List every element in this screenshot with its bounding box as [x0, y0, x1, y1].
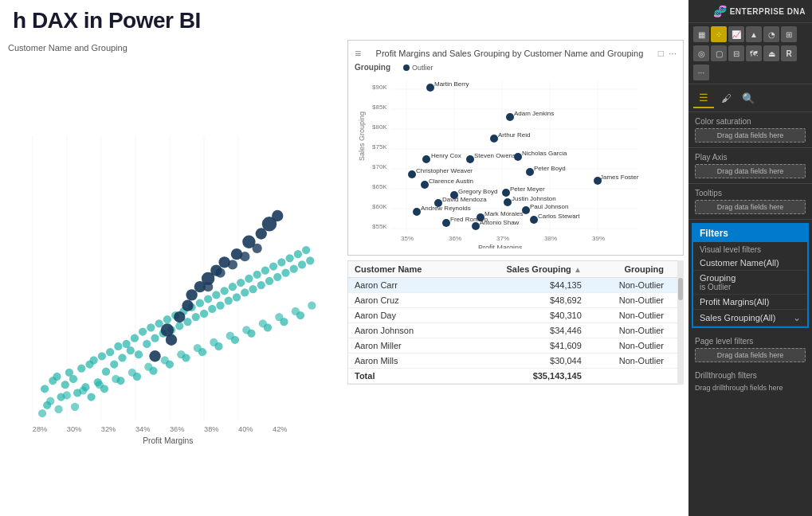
right-chart-title: Profit Margins and Sales Grouping by Cus…: [376, 49, 644, 58]
cell-name: Aaron Johnson: [348, 323, 462, 338]
visual-level-label: Visual level filters: [693, 242, 807, 256]
svg-point-32: [118, 354, 126, 362]
table-row[interactable]: Aaron Carr $44,135 Non-Outlier: [348, 278, 683, 293]
right-sidebar: 🧬 ENTERPRISE DNA ▦ ⁘ 📈 ▲ ◔ ⊞ ◎ ▢ ⊟ 🗺 ⏏ R…: [688, 0, 812, 516]
tooltips-section: Tooltips Drag data fields here: [688, 184, 812, 220]
filter-sales-grouping[interactable]: Sales Grouping(All) ⌄: [693, 310, 807, 326]
table-icon[interactable]: ⊞: [781, 26, 797, 42]
more-options-icon[interactable]: ···: [669, 48, 677, 59]
more-visuals-icon[interactable]: ···: [693, 64, 709, 80]
svg-point-78: [306, 256, 314, 264]
col-header-name[interactable]: Customer Name: [348, 261, 462, 278]
svg-text:38%: 38%: [204, 425, 218, 433]
svg-point-168: [490, 135, 498, 143]
svg-point-194: [522, 206, 530, 214]
cell-name: Aaron Miller: [348, 338, 462, 354]
svg-point-96: [149, 350, 160, 362]
svg-point-100: [182, 300, 193, 311]
col-header-grouping[interactable]: Grouping: [588, 261, 670, 278]
matrix-icon[interactable]: ⊟: [728, 45, 744, 61]
svg-text:Justin Johnston: Justin Johnston: [512, 195, 556, 202]
svg-point-22: [77, 365, 85, 373]
funnel-icon[interactable]: ⏏: [763, 45, 779, 61]
svg-text:Christopher Weaver: Christopher Weaver: [416, 167, 473, 174]
svg-point-28: [102, 368, 110, 376]
svg-point-116: [38, 409, 46, 417]
tooltips-label: Tooltips: [695, 189, 806, 197]
table-row[interactable]: Aaron Miller $41,609 Non-Outlier: [348, 338, 683, 354]
svg-text:Profit Margins: Profit Margins: [143, 436, 193, 445]
svg-point-39: [147, 323, 155, 331]
svg-text:39%: 39%: [592, 235, 605, 242]
chart-menu-icon[interactable]: ≡: [355, 47, 361, 60]
svg-point-60: [233, 293, 241, 301]
color-saturation-label: Color saturation: [695, 117, 806, 126]
svg-text:$70K: $70K: [372, 163, 387, 170]
filter-customer-name[interactable]: Customer Name(All): [693, 256, 807, 271]
left-chart-subtitle: Customer Name and Grouping: [8, 43, 335, 53]
chart-title-bar: ≡ Profit Margins and Sales Grouping by C…: [355, 47, 677, 60]
area-chart-icon[interactable]: ▲: [746, 26, 762, 42]
r-visual-icon[interactable]: R: [781, 45, 797, 61]
svg-text:Steven Owens: Steven Owens: [474, 152, 516, 159]
svg-point-134: [292, 307, 300, 315]
svg-text:James Foster: James Foster: [600, 174, 639, 181]
map-icon[interactable]: 🗺: [746, 45, 762, 61]
left-scatter-plot: 28% 30% 32% 34% 36% 38% 40% 42% Profit M…: [8, 56, 335, 510]
analytics-tab[interactable]: 🔍: [738, 88, 759, 108]
page-title: h DAX in Power BI: [0, 0, 688, 37]
filter-grouping[interactable]: Grouping is Outlier: [693, 271, 807, 295]
filter-profit-margins[interactable]: Profit Margins(All): [693, 295, 807, 310]
svg-point-68: [265, 277, 273, 285]
filter-sales-grouping-label: Sales Grouping(All): [700, 313, 775, 322]
play-axis-drop[interactable]: Drag data fields here: [695, 164, 806, 178]
table-row[interactable]: Aaron Cruz $48,692 Non-Outlier: [348, 293, 683, 308]
page-level-filters: Page level filters Drag data fields here: [688, 331, 812, 366]
svg-point-56: [216, 302, 224, 310]
fields-tab[interactable]: ☰: [693, 88, 714, 108]
tooltips-drop[interactable]: Drag data fields here: [695, 200, 806, 214]
cell-sales: $48,692: [462, 293, 587, 308]
cell-sales: $41,609: [462, 338, 587, 354]
cell-name: Aaron Carr: [348, 278, 462, 293]
svg-point-180: [421, 181, 429, 189]
svg-point-66: [257, 281, 265, 289]
svg-point-122: [96, 381, 104, 389]
svg-point-121: [79, 386, 87, 394]
pie-chart-icon[interactable]: ◔: [763, 26, 779, 42]
format-tab[interactable]: 🖌: [716, 88, 736, 108]
svg-point-52: [200, 310, 208, 318]
table-row[interactable]: Aaron Mills $30,044 Non-Outlier: [348, 354, 683, 369]
chart-action-icons: □ ···: [658, 48, 677, 59]
cell-sales: $34,446: [462, 323, 587, 338]
col-header-sales[interactable]: Sales Grouping ▲: [462, 261, 587, 278]
scatter-icon[interactable]: ⁘: [711, 26, 727, 42]
table-row[interactable]: Aaron Johnson $34,446 Non-Outlier: [348, 323, 683, 338]
svg-point-176: [408, 170, 416, 178]
page-level-drop[interactable]: Drag data fields here: [695, 348, 806, 362]
svg-point-186: [502, 189, 510, 197]
table-scrollbar[interactable]: [677, 260, 684, 385]
filter-sales-grouping-chevron[interactable]: ⌄: [793, 312, 801, 323]
focus-mode-icon[interactable]: □: [658, 48, 664, 59]
color-saturation-drop[interactable]: Drag data fields here: [695, 128, 806, 143]
svg-point-110: [272, 210, 283, 221]
svg-point-21: [69, 375, 77, 383]
svg-point-71: [277, 258, 285, 266]
card-icon[interactable]: ▢: [711, 45, 727, 61]
table-row[interactable]: Aaron Day $40,310 Non-Outlier: [348, 308, 683, 323]
svg-point-198: [442, 219, 450, 227]
svg-text:$55K: $55K: [372, 223, 387, 230]
table-scroll-thumb[interactable]: [678, 278, 683, 300]
svg-point-38: [143, 340, 151, 348]
svg-point-170: [422, 155, 430, 163]
gauge-icon[interactable]: ◎: [693, 45, 709, 61]
svg-point-99: [174, 311, 185, 322]
svg-point-75: [294, 250, 302, 258]
svg-point-192: [413, 208, 421, 216]
svg-point-50: [192, 313, 200, 321]
svg-point-129: [210, 338, 218, 346]
svg-text:Adam Jenkins: Adam Jenkins: [514, 110, 554, 117]
bar-chart-icon[interactable]: ▦: [693, 26, 709, 42]
line-chart-icon[interactable]: 📈: [728, 26, 744, 42]
